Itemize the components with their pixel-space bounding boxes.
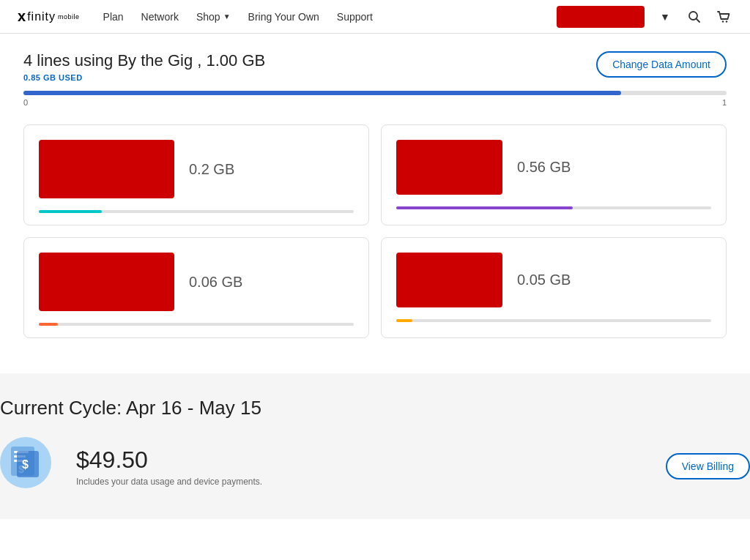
main-content: 4 lines using By the Gig , 1.00 GB 0.85 … bbox=[0, 34, 750, 373]
nav-right: ▼ bbox=[557, 6, 732, 28]
device-card-1: 0.2 GB bbox=[23, 124, 369, 225]
device-progress-bg-2 bbox=[396, 206, 711, 209]
chevron-down-icon: ▼ bbox=[223, 12, 231, 20]
billing-description: Includes your data usage and device paym… bbox=[76, 477, 262, 487]
device-card-3: 0.06 GB bbox=[23, 237, 369, 338]
data-used-label: 0.85 GB USED bbox=[23, 73, 265, 82]
data-progress-container: 0 1 bbox=[23, 91, 727, 107]
billing-icon: $ $ bbox=[0, 437, 51, 488]
device-gb-4: 0.05 GB bbox=[517, 272, 571, 288]
billing-right: View Billing bbox=[666, 453, 750, 479]
device-gb-1: 0.2 GB bbox=[189, 161, 234, 178]
billing-info: $49.50 Includes your data usage and devi… bbox=[76, 447, 262, 487]
data-title: 4 lines using By the Gig , 1.00 GB bbox=[23, 51, 265, 70]
device-progress-fill-4 bbox=[396, 319, 412, 322]
svg-line-1 bbox=[697, 18, 700, 22]
device-progress-fill-1 bbox=[39, 210, 102, 213]
device-progress-fill-2 bbox=[396, 206, 573, 209]
billing-card: $ $ $49.50 Includes your data usage and … bbox=[0, 437, 750, 496]
logo[interactable]: xfinitymobile bbox=[18, 8, 80, 25]
progress-label-max: 1 bbox=[722, 98, 727, 107]
device-progress-bg-4 bbox=[396, 319, 711, 322]
billing-section: Current Cycle: Apr 16 - May 15 $ $ $49.5… bbox=[0, 373, 750, 519]
device-gb-3: 0.06 GB bbox=[189, 274, 242, 291]
nav-links: Plan Network Shop ▼ Bring Your Own Suppo… bbox=[103, 11, 557, 23]
change-data-button[interactable]: Change Data Amount bbox=[596, 51, 727, 78]
chevron-down-icon[interactable]: ▼ bbox=[656, 8, 674, 26]
device-progress-bg-3 bbox=[39, 323, 354, 326]
progress-bar-background bbox=[23, 91, 727, 95]
device-image-3 bbox=[39, 253, 174, 311]
device-cards-grid: 0.2 GB 0.56 GB 0.06 GB bbox=[23, 124, 727, 338]
svg-point-2 bbox=[722, 20, 724, 22]
data-usage-header: 4 lines using By the Gig , 1.00 GB 0.85 … bbox=[23, 51, 727, 82]
billing-icon-area: $ $ bbox=[0, 437, 59, 496]
nav-bring-your-own[interactable]: Bring Your Own bbox=[248, 11, 319, 23]
view-billing-button[interactable]: View Billing bbox=[666, 453, 750, 479]
cart-icon[interactable] bbox=[715, 8, 732, 26]
nav-support[interactable]: Support bbox=[337, 11, 373, 23]
device-progress-bg-1 bbox=[39, 210, 354, 213]
device-image-1 bbox=[39, 140, 174, 198]
nav-plan[interactable]: Plan bbox=[103, 11, 124, 23]
device-gb-2: 0.56 GB bbox=[517, 159, 571, 176]
nav-shop[interactable]: Shop ▼ bbox=[196, 11, 231, 23]
device-image-4 bbox=[396, 253, 502, 307]
progress-label-min: 0 bbox=[23, 98, 28, 107]
svg-point-3 bbox=[726, 20, 727, 22]
device-image-2 bbox=[396, 140, 502, 195]
svg-text:$: $ bbox=[22, 458, 29, 471]
search-icon[interactable] bbox=[686, 8, 703, 26]
device-card-2: 0.56 GB bbox=[381, 124, 727, 225]
progress-bar-fill bbox=[23, 91, 621, 95]
device-card-4: 0.05 GB bbox=[381, 237, 727, 338]
navigation: xfinitymobile Plan Network Shop ▼ Bring … bbox=[0, 0, 750, 34]
billing-amount: $49.50 bbox=[76, 447, 262, 474]
nav-network[interactable]: Network bbox=[141, 11, 179, 23]
cycle-title: Current Cycle: Apr 16 - May 15 bbox=[0, 397, 750, 419]
device-progress-fill-3 bbox=[39, 323, 58, 326]
account-button[interactable] bbox=[557, 6, 645, 28]
